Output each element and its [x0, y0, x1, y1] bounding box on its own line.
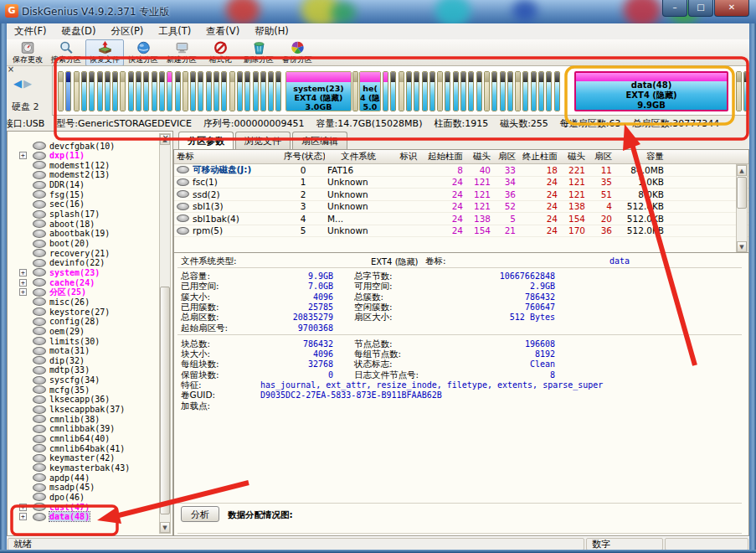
partition-bar-segment[interactable] [414, 71, 419, 111]
toolbar-button-1[interactable]: 搜索分区 [47, 39, 85, 66]
partition-bar-segment[interactable] [406, 71, 412, 111]
menu-item-2[interactable]: 分区(P) [103, 25, 151, 38]
toolbar-button-2[interactable]: 恢复文件 [85, 39, 124, 66]
partition-bar-segment[interactable] [89, 71, 95, 111]
table-row-5[interactable]: rpm(5)5Unknown24154212417036512.0KB [174, 225, 748, 238]
tree-expand-icon[interactable]: + [19, 288, 27, 296]
partition-bar-segment[interactable] [81, 71, 87, 111]
partition-bar-segment[interactable] [500, 71, 506, 111]
partition-bar-free[interactable] [58, 71, 64, 111]
column-header-2[interactable]: 文件系统 [325, 151, 392, 163]
partition-bar-segment[interactable] [128, 71, 134, 111]
table-row-0[interactable]: 可移动磁盘(J:)0FAT1684033182211184.0MB [174, 164, 748, 177]
column-header-5[interactable]: 磁头 [465, 151, 493, 163]
column-header-4[interactable]: 起始柱面 [425, 151, 465, 163]
partition-bar-segment[interactable] [206, 71, 212, 111]
tree-expand-icon[interactable]: + [19, 152, 27, 159]
partition-bar-segment[interactable] [97, 71, 103, 111]
partition-bar-segment[interactable] [538, 71, 544, 111]
partition-bar-free[interactable] [74, 71, 80, 111]
tree-expand-icon[interactable]: + [19, 269, 27, 276]
tab-1[interactable]: 浏览文件 [235, 132, 291, 149]
toolbar-button-4[interactable]: 新建分区 [162, 39, 201, 66]
column-header-9[interactable]: 扇区 [588, 151, 615, 163]
partition-bar-segment[interactable] [136, 71, 141, 111]
partition-bar-segment[interactable] [190, 71, 196, 111]
partition-bar-free[interactable] [120, 71, 126, 111]
column-header-1[interactable]: 序号(状态) [281, 151, 325, 163]
partition-bar-segment[interactable] [390, 71, 396, 111]
partition-bar-segment[interactable] [268, 71, 274, 111]
partition-bar-free[interactable] [399, 71, 404, 111]
table-row-4[interactable]: sbl1bak(4)4M...2413852415420512.0KB [174, 213, 748, 225]
partition-bar-segment[interactable] [460, 71, 466, 111]
partition-bar-free[interactable] [736, 71, 742, 111]
tree-expand-icon[interactable]: + [19, 504, 27, 511]
toolbar-button-5[interactable]: 格式化 [201, 39, 239, 66]
partition-bar-segment[interactable] [112, 71, 118, 111]
table-row-3[interactable]: sbl1(3)3Unknown2412152241384512.0KB [174, 201, 748, 214]
table-row-1[interactable]: fsc(1)1Unknown241213424121351.0KB [174, 177, 748, 189]
column-header-7[interactable]: 终止柱面 [518, 151, 560, 163]
tree-expand-icon[interactable]: + [19, 513, 27, 520]
tree-scrollbar[interactable]: ▲ ▼ [159, 133, 171, 534]
toolbar-button-0[interactable]: 保存更改 [8, 39, 47, 66]
tab-2[interactable]: 扇区编辑 [292, 132, 347, 149]
toolbar-button-6[interactable]: 删除分区 [239, 39, 278, 66]
table-row-2[interactable]: ssd(2)2Unknown241213624121518.0KB [174, 189, 748, 201]
toolbar-button-3[interactable]: 快速分区 [124, 39, 162, 66]
tree-close-icon[interactable]: × [162, 133, 169, 142]
next-disk-icon[interactable]: ▶ [23, 77, 33, 90]
partition-bar-segment[interactable] [253, 71, 259, 111]
menu-item-3[interactable]: 工具(T) [151, 25, 198, 38]
partition-bar-segment[interactable] [554, 71, 560, 111]
partition-bar-segment[interactable] [237, 71, 243, 111]
toolbar-button-7[interactable]: 备份分区 [278, 39, 316, 66]
partition-bar-segment[interactable] [531, 71, 537, 111]
minimize-button[interactable]: – [662, 0, 687, 17]
partition-bar-segment[interactable] [105, 71, 111, 111]
partition-bar-segment[interactable] [221, 71, 227, 111]
tree-expand-icon[interactable]: + [19, 279, 27, 287]
partition-bar-free[interactable] [515, 71, 521, 111]
partition-bar-segment[interactable] [198, 71, 203, 111]
partition-bar-segment[interactable] [546, 71, 552, 111]
partition-bar-segment[interactable] [143, 71, 149, 111]
partition-bar-segment[interactable] [383, 71, 388, 111]
partition-bar-segment[interactable] [743, 71, 749, 111]
partition-box-cache-clipped[interactable]: he( 4 (隐 5.0 [359, 71, 381, 111]
panel-close-icon[interactable]: × [7, 65, 15, 74]
menu-item-5[interactable]: 帮助(H) [247, 25, 296, 38]
column-header-8[interactable]: 磁头 [560, 151, 588, 163]
partition-bar-segment[interactable] [260, 71, 266, 111]
partition-bar-segment[interactable] [522, 71, 528, 111]
partition-box-data[interactable]: data(48) EXT4 (隐藏) 9.9GB [574, 71, 728, 111]
partition-bar-free[interactable] [183, 71, 188, 111]
close-button[interactable]: ✕ [714, 0, 749, 17]
partition-bar-segment[interactable] [422, 71, 428, 111]
prev-disk-icon[interactable]: ◀ [13, 77, 23, 90]
table-scrollbar[interactable]: ▲ ▼ [736, 164, 748, 253]
partition-bar-segment[interactable] [453, 71, 459, 111]
title-bar[interactable]: G DiskGenius V4.9.2.371 专业版 – □ ✕ [0, 0, 756, 23]
partition-bar-free[interactable] [484, 71, 490, 111]
partition-bar-segment[interactable] [429, 71, 435, 111]
column-header-6[interactable]: 扇区 [493, 151, 518, 163]
maximize-button[interactable]: □ [688, 0, 713, 17]
partition-bar-segment[interactable] [244, 71, 250, 111]
column-header-0[interactable]: 卷标 [174, 151, 281, 163]
menu-item-0[interactable]: 文件(F) [7, 25, 54, 38]
partition-bar-segment[interactable] [213, 71, 219, 111]
partition-bar-segment[interactable] [445, 71, 450, 111]
menu-item-4[interactable]: 查看(V) [198, 25, 247, 38]
column-header-3[interactable]: 标识 [392, 151, 425, 163]
partition-bar-segment[interactable] [491, 71, 497, 111]
partition-bar-free[interactable] [352, 71, 358, 111]
column-header-10[interactable]: 容量 [615, 151, 666, 163]
partition-bar-free[interactable] [229, 71, 235, 111]
partition-bar-segment[interactable] [476, 71, 482, 111]
partition-bar-segment[interactable] [65, 71, 71, 111]
partition-bar-segment[interactable] [468, 71, 474, 111]
partition-bar-segment[interactable] [167, 71, 172, 111]
analyze-button[interactable]: 分析 [181, 506, 219, 522]
